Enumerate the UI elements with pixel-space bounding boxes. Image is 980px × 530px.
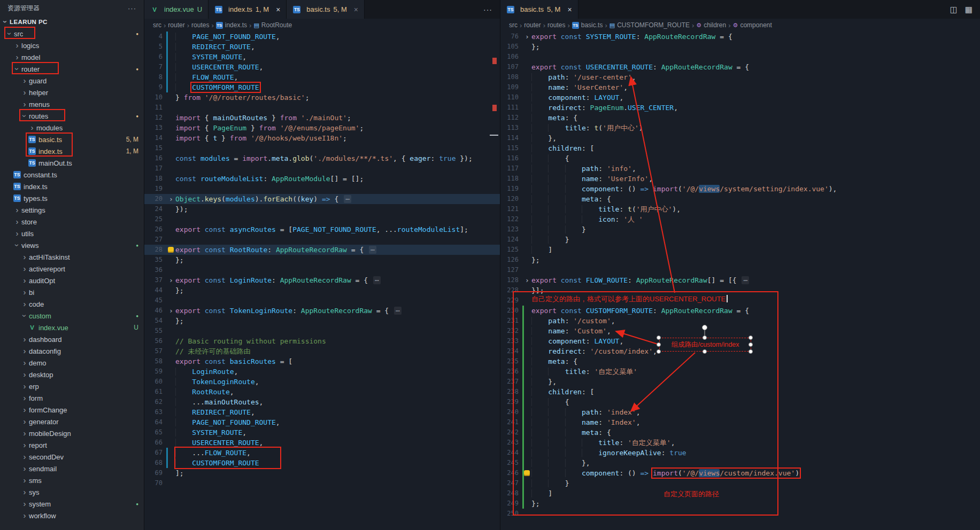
code-line-46[interactable]: 46›export const TokenLoginRoute: AppRout… (144, 306, 500, 316)
code-line-118[interactable]: 118 name: 'UserInfo', (500, 174, 980, 184)
code-line-27[interactable]: 27 (144, 235, 500, 245)
code-line-235[interactable]: 235 meta: { (500, 356, 980, 367)
fold-chevron-icon[interactable]: › (169, 194, 173, 204)
code-line-234[interactable]: 234 redirect: '/custom/index', (500, 346, 980, 356)
code-line-119[interactable]: 119 component: () => import('/@/views/sy… (500, 184, 980, 194)
code-line-36[interactable]: 36 (144, 265, 500, 275)
tree-item-views[interactable]: ›views● (0, 239, 144, 251)
tree-item-demo[interactable]: ›demo (0, 357, 144, 369)
code-line-45[interactable]: 45 (144, 295, 500, 306)
code-line-55[interactable]: 55 (144, 326, 500, 336)
code-line-115[interactable]: 115 children: [ (500, 143, 980, 153)
code-line-250[interactable]: 250 (500, 509, 980, 519)
code-line-120[interactable]: 120 meta: { (500, 194, 980, 204)
tree-item-dashboard[interactable]: ›dashboard (0, 333, 144, 345)
code-line-126[interactable]: 126}; (500, 255, 980, 265)
code-line-76[interactable]: 76›export const SYSTEM_ROUTE: AppRouteRe… (500, 32, 980, 42)
code-line-230[interactable]: 230export const CUSTOMFORM_ROUTE: AppRou… (500, 306, 980, 316)
tree-item-index.ts[interactable]: TSindex.ts (0, 181, 144, 192)
breadcrumb-item-basic.ts[interactable]: TSbasic.ts (572, 21, 603, 29)
code-line-70[interactable]: 70 (144, 478, 500, 488)
code-line-7[interactable]: 7 USERCENTER_ROUTE, (144, 62, 500, 72)
tree-item-form[interactable]: ›form (0, 392, 144, 404)
code-line-25[interactable]: 25 (144, 214, 500, 224)
code-line-233[interactable]: 233 component: LAYOUT, (500, 336, 980, 346)
editor-middle[interactable]: 4 PAGE_NOT_FOUND_ROUTE,5 REDIRECT_ROUTE,… (144, 32, 500, 488)
tree-item-secondDev[interactable]: ›secondDev (0, 451, 144, 463)
code-line-4[interactable]: 4 PAGE_NOT_FOUND_ROUTE, (144, 32, 500, 42)
lightbulb-icon[interactable] (524, 470, 530, 476)
code-line-14[interactable]: 14import { t } from '/@/hooks/web/useI18… (144, 133, 500, 143)
code-line-64[interactable]: 64 PAGE_NOT_FOUND_ROUTE, (144, 417, 500, 427)
code-line-236[interactable]: 236 title: '自定义菜单' (500, 367, 980, 377)
code-line-114[interactable]: 114 }, (500, 133, 980, 143)
tree-item-system[interactable]: ›system● (0, 498, 144, 510)
tree-item-mobileDesign[interactable]: ›mobileDesign (0, 427, 144, 439)
breadcrumb-item-index.ts[interactable]: TSindex.ts (216, 21, 247, 29)
code-line-232[interactable]: 232 name: 'Custom', (500, 326, 980, 336)
tree-item-index.ts[interactable]: TSindex.ts1, M (0, 145, 144, 157)
code-line-113[interactable]: 113 title: t('用户中心') (500, 123, 980, 133)
tab-index.vue[interactable]: Vindex.vueU (144, 0, 209, 19)
code-line-44[interactable]: 44}; (144, 285, 500, 295)
code-line-124[interactable]: 124 } (500, 235, 980, 245)
code-line-56[interactable]: 56// Basic routing without permissions (144, 336, 500, 346)
editor-more-actions-icon[interactable]: ··· (476, 5, 500, 14)
tree-item-routes[interactable]: ›routes● (0, 110, 144, 122)
code-line-116[interactable]: 116 { (500, 153, 980, 163)
tree-item-actHiTaskinst[interactable]: ›actHiTaskinst (0, 251, 144, 263)
tree-item-bi[interactable]: ›bi (0, 286, 144, 298)
code-line-125[interactable]: 125 ] (500, 245, 980, 255)
code-line-61[interactable]: 61 RootRoute, (144, 387, 500, 397)
tree-item-formChange[interactable]: ›formChange (0, 404, 144, 416)
code-line-18[interactable]: 18const routeModuleList: AppRouteModule[… (144, 174, 500, 184)
code-line-128[interactable]: 128›export const FLOW_ROUTE: AppRouteRec… (500, 275, 980, 285)
code-line-57[interactable]: 57// 未经许可的基础路由 (144, 346, 500, 356)
breadcrumb-item-src[interactable]: src (509, 21, 518, 29)
more-actions-icon[interactable]: ··· (128, 4, 136, 12)
tree-item-sendmail[interactable]: ›sendmail (0, 463, 144, 474)
code-line-37[interactable]: 37›export const LoginRoute: AppRouteReco… (144, 275, 500, 285)
code-line-122[interactable]: 122 icon: '人 ' (500, 214, 980, 224)
tree-item-basic.ts[interactable]: TSbasic.ts5, M (0, 134, 144, 145)
tree-item-types.ts[interactable]: TStypes.ts (0, 192, 144, 204)
code-line-60[interactable]: 60 TokenLoginRoute, (144, 377, 500, 387)
code-line-237[interactable]: 237 }, (500, 377, 980, 387)
code-line-247[interactable]: 247 } (500, 478, 980, 488)
customize-layout-icon[interactable]: ▦ (965, 5, 973, 14)
code-line-123[interactable]: 123 } (500, 224, 980, 235)
code-line-109[interactable]: 109 name: 'UserCenter', (500, 82, 980, 92)
code-line-121[interactable]: 121 title: t('用户中心'), (500, 204, 980, 214)
fold-chevron-icon[interactable]: › (169, 275, 173, 285)
code-line-65[interactable]: 65 SYSTEM_ROUTE, (144, 427, 500, 438)
tree-item-store[interactable]: ›store (0, 216, 144, 228)
close-icon[interactable]: × (276, 6, 280, 13)
code-line-240[interactable]: 240 path: 'index', (500, 407, 980, 417)
code-line-17[interactable]: 17 (144, 163, 500, 174)
code-line-13[interactable]: 13import { PageEnum } from '/@/enums/pag… (144, 123, 500, 133)
breadcrumb-item-component[interactable]: ⚙component (733, 21, 772, 29)
tab-index.ts[interactable]: TSindex.ts1, M× (209, 0, 287, 19)
breadcrumb-item-CUSTOMFORM_ROUTE[interactable]: ▤CUSTOMFORM_ROUTE (609, 21, 690, 29)
code-line-231[interactable]: 231 path: '/custom', (500, 316, 980, 326)
tree-item-report[interactable]: ›report (0, 439, 144, 451)
code-line-111[interactable]: 111 redirect: PageEnum.USER_CENTER, (500, 103, 980, 113)
code-line-9[interactable]: 9 CUSTOMFORM_ROUTE (144, 82, 500, 92)
tree-item-router[interactable]: ›router● (0, 63, 144, 75)
code-line-59[interactable]: 59 LoginRoute, (144, 367, 500, 377)
tree-item-logics[interactable]: ›logics (0, 40, 144, 51)
code-line-63[interactable]: 63 REDIRECT_ROUTE, (144, 407, 500, 417)
tree-item-settings[interactable]: ›settings (0, 204, 144, 216)
code-line-249[interactable]: 249}; (500, 498, 980, 509)
lightbulb-icon[interactable] (168, 247, 174, 253)
code-line-11[interactable]: 11 (144, 103, 500, 113)
code-line-28[interactable]: 28›export const RootRoute: AppRouteRecor… (144, 245, 500, 255)
code-line-238[interactable]: 238 children: [ (500, 387, 980, 397)
tree-item-dataconfig[interactable]: ›dataconfig (0, 345, 144, 357)
tree-item-guard[interactable]: ›guard (0, 75, 144, 87)
code-line-107[interactable]: 107export const USERCENTER_ROUTE: AppRou… (500, 62, 980, 72)
tab-basic.ts[interactable]: TSbasic.ts5, M× (500, 0, 578, 19)
breadcrumb-item-children[interactable]: ⚙children (696, 21, 726, 29)
tree-item-index.vue[interactable]: Vindex.vueU (0, 322, 144, 333)
breadcrumb-item-routes[interactable]: routes (191, 21, 209, 29)
